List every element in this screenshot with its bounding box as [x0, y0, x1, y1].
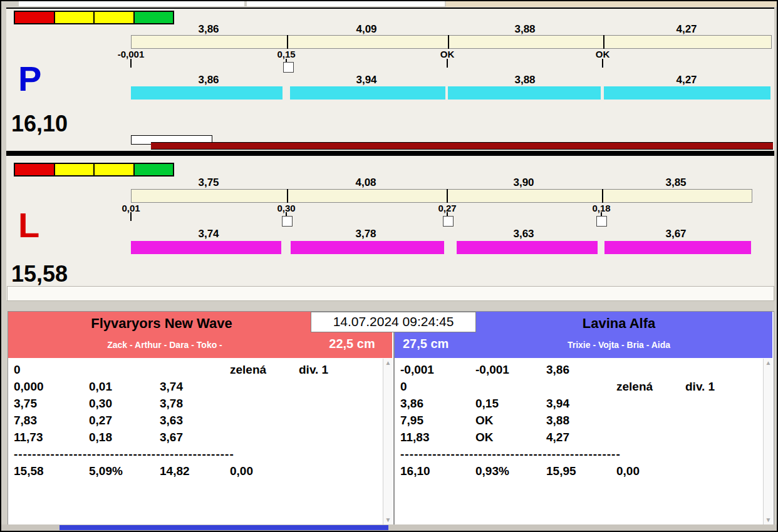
p-upper-split-1: 3,86 [171, 23, 246, 36]
result-cell [616, 397, 685, 414]
result-cell: div. 1 [299, 363, 387, 380]
l-upper-split-2: 4,08 [328, 176, 403, 189]
empty-progress-strip [7, 286, 774, 301]
summary-cell: 0,93% [475, 464, 546, 481]
status-light-red-icon [15, 12, 54, 23]
result-cell: OK [475, 431, 546, 448]
tick-mark [602, 59, 603, 68]
status-light-yellow-icon [55, 12, 94, 23]
top-window-strip-right [446, 1, 777, 7]
l-lower-split-1: 3,74 [171, 228, 246, 240]
l-upper-split-1: 3,75 [171, 176, 246, 189]
fault-checkbox[interactable] [282, 216, 293, 227]
l-lower-split-4: 3,67 [638, 228, 713, 240]
l-time-bar-segment [291, 241, 444, 254]
result-cell [89, 363, 160, 380]
lane-total-l: 15,58 [11, 263, 68, 285]
results-text-left[interactable]: 0zelenádiv. 1 0,0000,013,74 3,750,303,78… [8, 358, 387, 529]
result-row: -0,001-0,0013,86 [400, 363, 767, 380]
result-cell [299, 380, 387, 397]
p-measure-bar [131, 35, 772, 49]
result-cell: 0 [14, 363, 89, 380]
bar-divider [287, 189, 288, 203]
team-name: Lavina Alfa [469, 315, 769, 332]
result-cell [685, 397, 767, 414]
bar-divider [448, 35, 449, 49]
summary-cell: 5,09% [89, 464, 160, 481]
result-cell: 3,67 [160, 431, 230, 448]
result-cell [160, 363, 230, 380]
bar-divider [447, 189, 448, 203]
result-cell: OK [475, 414, 546, 431]
scroll-up-icon[interactable]: ▲ [764, 359, 773, 367]
result-cell [299, 431, 387, 448]
result-cell [230, 397, 299, 414]
result-cell: 3,88 [546, 414, 616, 431]
results-text-right[interactable]: -0,001-0,0013,86 0zelenádiv. 1 3,860,153… [395, 358, 767, 529]
result-cell: 3,63 [160, 414, 230, 431]
result-cell: 4,27 [546, 431, 616, 448]
team-panel-left: Flyvaryors New Wave Zack - Arthur - Dara… [8, 311, 394, 526]
p-time-bar-segment [448, 86, 601, 100]
result-row: 7,95OK3,88 [400, 414, 767, 431]
fault-checkbox[interactable] [283, 62, 294, 73]
status-lights-l [14, 163, 174, 176]
result-row: 11,730,183,67 [14, 431, 387, 448]
status-light-green-icon [135, 164, 174, 175]
l-lower-split-3: 3,63 [486, 228, 561, 240]
result-cell: 3,86 [546, 363, 616, 380]
result-cell: zelená [230, 363, 299, 380]
p-lower-split-1: 3,86 [171, 74, 246, 86]
l-lower-split-2: 3,78 [328, 228, 403, 240]
p-mark-4: OK [568, 49, 637, 59]
result-cell [546, 380, 616, 397]
p-mark-1: -0,001 [96, 49, 165, 59]
scroll-down-icon[interactable]: ▼ [764, 516, 773, 524]
results-scrollbar[interactable]: ▲ ▼ [763, 359, 773, 524]
status-light-yellow2-icon [95, 164, 133, 175]
result-cell: 0,30 [89, 397, 160, 414]
result-row: 0,0000,013,74 [14, 380, 387, 397]
jump-height: 22,5 cm [317, 337, 387, 351]
separator-line: ----------------------------------------… [400, 448, 767, 464]
result-cell: -0,001 [475, 363, 546, 380]
result-row: 3,860,153,94 [400, 397, 767, 414]
p-upper-split-2: 4,09 [329, 23, 404, 36]
result-cell: 3,94 [546, 397, 616, 414]
result-cell: 3,74 [160, 380, 230, 397]
result-cell: 0,18 [89, 431, 160, 448]
fault-checkbox[interactable] [443, 216, 454, 227]
p-upper-split-4: 4,27 [649, 23, 724, 36]
separator-dashes: ----------------------------------------… [400, 448, 621, 461]
results-scrollbar[interactable]: ▲ ▼ [383, 359, 393, 524]
result-cell [685, 431, 767, 448]
team-members: Trixie - Vojta - Bria - Aida [469, 340, 769, 350]
summary-cell: 0,00 [616, 464, 685, 481]
summary-row: 16,100,93%15,950,00 [400, 464, 767, 481]
result-cell: 0 [400, 380, 475, 397]
result-cell: 3,78 [160, 397, 230, 414]
progress-bar [151, 142, 773, 150]
fault-checkbox[interactable] [596, 216, 607, 227]
p-upper-split-3: 3,88 [487, 23, 563, 36]
separator-dashes: ----------------------------------------… [14, 448, 234, 461]
l-time-bar-segment [131, 241, 281, 254]
summary-cell: 15,95 [546, 464, 616, 481]
jump-height: 27,5 cm [403, 337, 472, 351]
l-measure-bar [131, 189, 752, 203]
lane-letter-p: P [18, 61, 41, 96]
team-panel-right: Lavina Alfa Trixie - Vojta - Bria - Aida… [394, 311, 774, 526]
result-cell: 0,000 [14, 380, 89, 397]
scroll-up-icon[interactable]: ▲ [383, 359, 393, 367]
result-row: 7,830,273,63 [14, 414, 387, 431]
scroll-down-icon[interactable]: ▼ [383, 516, 393, 524]
p-time-bar-segment [290, 86, 445, 100]
p-mark-2: 0,15 [252, 49, 321, 59]
bottom-strip [1, 524, 777, 531]
result-cell: div. 1 [685, 380, 767, 397]
result-cell: 11,83 [400, 431, 475, 448]
result-cell: 3,75 [14, 397, 89, 414]
result-cell: 7,95 [400, 414, 475, 431]
status-lights-p [14, 11, 174, 24]
result-cell [299, 414, 387, 431]
